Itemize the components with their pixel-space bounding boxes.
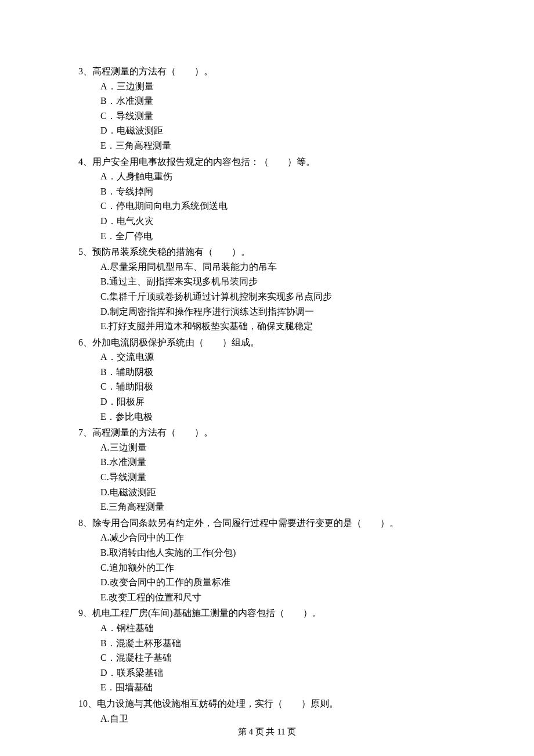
question-option: D．联系梁基础 [78,665,459,681]
question-option: A．交流电源 [78,350,459,365]
question-option: A．人身触电重伤 [78,169,459,184]
question-stem: 10、电力设施与其他设施相互妨碍的处理，实行（ ）原则。 [78,696,459,711]
question-option: E.三角高程测量 [78,499,459,514]
question-option: C．混凝柱子基础 [78,650,459,665]
question: 7、高程测量的方法有（ ）。A.三边测量B.水准测量C.导线测量D.电磁波测距E… [78,425,459,514]
question: 5、预防吊装系统失稳的措施有（ ）。A.尽量采用同机型吊车、同吊装能力的吊车B.… [78,244,459,334]
question: 6、外加电流阴极保护系统由（ ）组成。A．交流电源B．辅助阴极C．辅助阳极D．阳… [78,335,459,424]
question-option: B．专线掉闸 [78,184,459,199]
question-option: B.通过主、副指挥来实现多机吊装同步 [78,274,459,289]
question-option: D．阳极屏 [78,394,459,409]
question-option: C．导线测量 [78,109,459,124]
question-stem: 6、外加电流阴极保护系统由（ ）组成。 [78,335,459,350]
question-option: C.集群千斤顶或卷扬机通过计算机控制来实现多吊点同步 [78,289,459,304]
question-stem: 7、高程测量的方法有（ ）。 [78,425,459,440]
question-stem: 5、预防吊装系统失稳的措施有（ ）。 [78,244,459,260]
question-option: A.三边测量 [78,440,459,455]
question-option: D．电气火灾 [78,214,459,229]
question-option: A.减少合同中的工作 [78,530,459,545]
question-option: D．电磁波测距 [78,123,459,138]
question-option: E．参比电极 [78,409,459,424]
question-option: C.导线测量 [78,470,459,485]
question-option: D.电磁波测距 [78,485,459,500]
question: 8、除专用合同条款另有约定外，合同履行过程中需要进行变更的是（ ）。A.减少合同… [78,516,459,605]
question-option: E．全厂停电 [78,229,459,244]
question: 9、机电工程厂房(车间)基础施工测量的内容包括（ ）。A．钢柱基础B．混凝土杯形… [78,606,459,695]
question-option: E.打好支腿并用道木和钢板垫实基础，确保支腿稳定 [78,319,459,334]
page-footer: 第 4 页 共 11 页 [0,725,534,739]
exam-page: 3、高程测量的方法有（ ）。A．三边测量B．水准测量C．导线测量D．电磁波测距E… [0,0,534,756]
question-option: A.尽量采用同机型吊车、同吊装能力的吊车 [78,260,459,275]
question-option: B.水准测量 [78,455,459,470]
question-option: A.自卫 [78,711,459,726]
question: 4、用户安全用电事故报告规定的内容包括：（ ）等。A．人身触电重伤B．专线掉闸C… [78,154,459,244]
question-option: E．三角高程测量 [78,138,459,153]
question-option: B．辅助阴极 [78,365,459,380]
question-option: B．水准测量 [78,93,459,109]
question-option: A．钢柱基础 [78,621,459,636]
question-stem: 4、用户安全用电事故报告规定的内容包括：（ ）等。 [78,154,459,170]
question-option: C．停电期间向电力系统倒送电 [78,199,459,214]
question-option: C.追加额外的工作 [78,560,459,575]
question: 3、高程测量的方法有（ ）。A．三边测量B．水准测量C．导线测量D．电磁波测距E… [78,64,459,153]
question-option: E．围墙基础 [78,680,459,695]
question-stem: 8、除专用合同条款另有约定外，合同履行过程中需要进行变更的是（ ）。 [78,516,459,531]
question-option: B.取消转由他人实施的工作(分包) [78,545,459,560]
question-option: E.改变工程的位置和尺寸 [78,590,459,605]
question-option: D.制定周密指挥和操作程序进行演练达到指挥协调一 [78,304,459,319]
question-option: D.改变合同中的工作的质量标准 [78,575,459,590]
question-option: A．三边测量 [78,79,459,94]
questions-container: 3、高程测量的方法有（ ）。A．三边测量B．水准测量C．导线测量D．电磁波测距E… [78,64,459,726]
question-stem: 9、机电工程厂房(车间)基础施工测量的内容包括（ ）。 [78,606,459,621]
question-option: C．辅助阳极 [78,379,459,394]
question: 10、电力设施与其他设施相互妨碍的处理，实行（ ）原则。A.自卫 [78,696,459,726]
question-stem: 3、高程测量的方法有（ ）。 [78,64,459,79]
question-option: B．混凝土杯形基础 [78,636,459,651]
